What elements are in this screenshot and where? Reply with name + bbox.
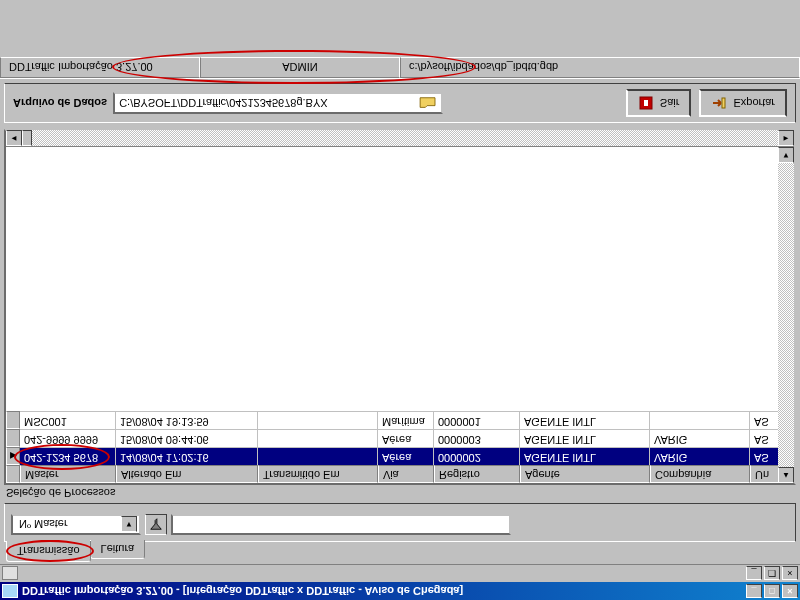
scroll-up-button[interactable]: ▲ <box>778 467 794 483</box>
col-header-master[interactable]: Master <box>20 465 116 483</box>
cell-alterado[interactable]: 15/08/04 09:44:06 <box>116 429 258 447</box>
table-row[interactable]: ▶042-1234 567814/08/04 17:02:16Aérea0000… <box>6 447 794 465</box>
sair-label: Sair <box>660 97 680 109</box>
col-header-companhia[interactable]: Companhia <box>650 465 750 483</box>
grid-header-row: Master Alterado Em Transmitido Em Via Re… <box>6 465 794 483</box>
cell-via[interactable]: Aérea <box>378 447 434 465</box>
row-marker <box>6 429 20 447</box>
funnel-icon <box>149 518 163 532</box>
close-button[interactable]: × <box>782 584 798 598</box>
cell-registro[interactable]: 0000003 <box>434 429 520 447</box>
svg-rect-2 <box>722 98 725 108</box>
child-title-bar: _ ❐ × <box>0 564 800 582</box>
table-row[interactable]: MSC00115/08/04 19:13:59Marítima0000001AG… <box>6 411 794 429</box>
col-header-alterado[interactable]: Alterado Em <box>116 465 258 483</box>
cell-companhia[interactable] <box>650 411 750 429</box>
cell-master[interactable]: 042-9999 9999 <box>20 429 116 447</box>
cell-alterado[interactable]: 14/08/04 17:02:16 <box>116 447 258 465</box>
filter-panel: Nº Master ▼ <box>4 503 796 542</box>
filter-field-combo[interactable]: Nº Master ▼ <box>11 514 141 535</box>
data-grid[interactable]: Master Alterado Em Transmitido Em Via Re… <box>4 129 796 485</box>
tab-leitura[interactable]: Leitura <box>90 540 146 559</box>
arquivo-path-field[interactable]: C:/BYSOFT/DDTraffic/04212345678g.BYX <box>113 92 443 114</box>
arquivo-label: Arquivo de Dados <box>13 97 107 109</box>
h-scroll-thumb[interactable] <box>22 131 32 147</box>
child-restore-button[interactable]: ❐ <box>764 567 780 581</box>
cell-companhia[interactable]: VARIG <box>650 447 750 465</box>
cell-companhia[interactable]: VARIG <box>650 429 750 447</box>
cell-registro[interactable]: 0000002 <box>434 447 520 465</box>
cell-un[interactable]: AS <box>750 447 780 465</box>
cell-transmitido[interactable] <box>258 429 378 447</box>
minimize-button[interactable]: _ <box>746 584 762 598</box>
cell-agente[interactable]: AGENTE INTL <box>520 447 650 465</box>
horizontal-scrollbar[interactable]: ◄ ► <box>6 131 794 147</box>
filter-value-input[interactable] <box>171 514 511 535</box>
status-user: ADMIN <box>200 57 400 78</box>
child-close-button[interactable]: × <box>782 567 798 581</box>
sair-button[interactable]: Sair <box>626 89 692 117</box>
export-icon <box>711 95 727 111</box>
scroll-right-button[interactable]: ► <box>778 131 794 147</box>
cell-registro[interactable]: 0000001 <box>434 411 520 429</box>
grid-body[interactable]: ▶042-1234 567814/08/04 17:02:16Aérea0000… <box>6 147 794 465</box>
v-scroll-track[interactable] <box>778 163 794 467</box>
maximize-button[interactable]: □ <box>764 584 780 598</box>
filter-apply-button[interactable] <box>145 514 167 535</box>
cell-master[interactable]: MSC001 <box>20 411 116 429</box>
group-label: Seleção de Processos <box>6 487 794 499</box>
col-header-un[interactable]: Un <box>750 465 780 483</box>
row-marker: ▶ <box>6 447 20 465</box>
status-db-path: c:/bysoft/ibdados/db_ibdtd.gdb <box>400 57 800 78</box>
status-bar: DDTraffic Importação 3.27.00 ADMIN c:/by… <box>0 57 800 79</box>
app-title: DDTraffic Importação 3.27.00 - [Integraç… <box>22 585 463 597</box>
cell-un[interactable]: AS <box>750 429 780 447</box>
tab-transmissao-label: Transmissão <box>17 545 80 557</box>
cell-un[interactable]: AS <box>750 411 780 429</box>
tab-row: Transmissão Leitura <box>0 542 800 564</box>
col-header-via[interactable]: Via <box>378 465 434 483</box>
row-marker <box>6 411 20 429</box>
svg-rect-1 <box>644 100 648 106</box>
cell-agente[interactable]: AGENTE INTL <box>520 411 650 429</box>
exportar-button[interactable]: Exportar <box>699 89 787 117</box>
cell-agente[interactable]: AGENTE INTL <box>520 429 650 447</box>
filter-combo-dropdown-btn[interactable]: ▼ <box>121 517 137 533</box>
cell-via[interactable]: Marítima <box>378 411 434 429</box>
cell-transmitido[interactable] <box>258 447 378 465</box>
child-app-icon <box>2 567 18 581</box>
cell-transmitido[interactable] <box>258 411 378 429</box>
h-scroll-track[interactable] <box>32 131 778 147</box>
scroll-left-button[interactable]: ◄ <box>6 131 22 147</box>
table-row[interactable]: 042-9999 999915/08/04 09:44:06Aérea00000… <box>6 429 794 447</box>
folder-open-icon[interactable] <box>419 96 437 110</box>
child-minimize-button[interactable]: _ <box>746 567 762 581</box>
app-title-bar: DDTraffic Importação 3.27.00 - [Integraç… <box>0 582 800 600</box>
exit-icon <box>638 95 654 111</box>
scroll-down-button[interactable]: ▼ <box>778 147 794 163</box>
filter-combo-text: Nº Master <box>15 519 121 531</box>
cell-master[interactable]: 042-1234 5678 <box>20 447 116 465</box>
col-header-agente[interactable]: Agente <box>520 465 650 483</box>
col-header-transmitido[interactable]: Transmitido Em <box>258 465 378 483</box>
app-icon <box>2 584 18 598</box>
arquivo-path-text: C:/BYSOFT/DDTraffic/04212345678g.BYX <box>119 97 419 109</box>
grid-corner <box>6 465 20 483</box>
exportar-label: Exportar <box>733 97 775 109</box>
vertical-scrollbar[interactable]: ▲ ▼ <box>778 147 794 483</box>
col-header-registro[interactable]: Registro <box>434 465 520 483</box>
status-app-version: DDTraffic Importação 3.27.00 <box>0 57 200 78</box>
cell-via[interactable]: Aérea <box>378 429 434 447</box>
bottom-toolbar: Arquivo de Dados C:/BYSOFT/DDTraffic/042… <box>4 83 796 123</box>
cell-alterado[interactable]: 15/08/04 19:13:59 <box>116 411 258 429</box>
tab-leitura-label: Leitura <box>101 543 135 555</box>
tab-transmissao[interactable]: Transmissão <box>6 541 91 562</box>
